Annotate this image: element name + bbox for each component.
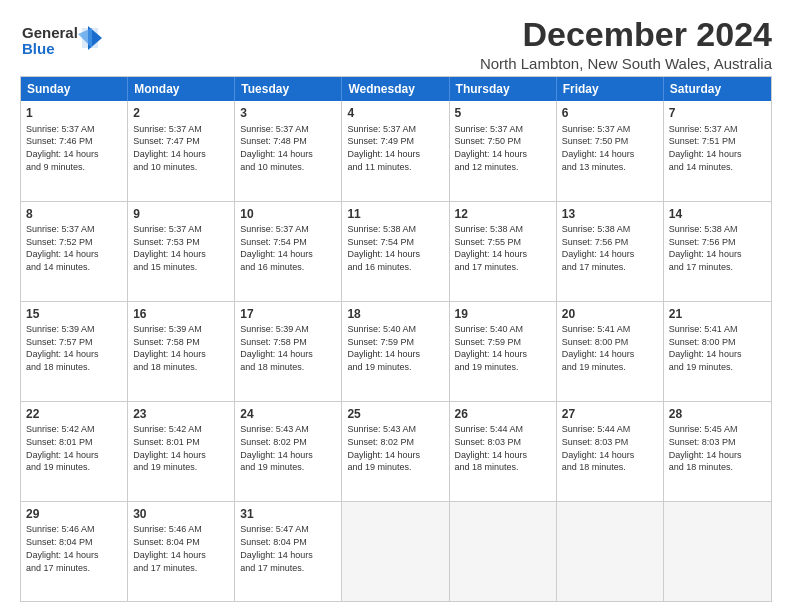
calendar-cell: 13Sunrise: 5:38 AM Sunset: 7:56 PM Dayli… — [557, 202, 664, 301]
calendar-cell: 29Sunrise: 5:46 AM Sunset: 8:04 PM Dayli… — [21, 502, 128, 601]
day-number: 4 — [347, 105, 443, 121]
calendar-cell: 15Sunrise: 5:39 AM Sunset: 7:57 PM Dayli… — [21, 302, 128, 401]
location-title: North Lambton, New South Wales, Australi… — [480, 55, 772, 72]
day-number: 23 — [133, 406, 229, 422]
calendar-cell: 31Sunrise: 5:47 AM Sunset: 8:04 PM Dayli… — [235, 502, 342, 601]
day-details: Sunrise: 5:38 AM Sunset: 7:56 PM Dayligh… — [669, 224, 742, 272]
calendar-cell: 24Sunrise: 5:43 AM Sunset: 8:02 PM Dayli… — [235, 402, 342, 501]
calendar-cell: 6Sunrise: 5:37 AM Sunset: 7:50 PM Daylig… — [557, 101, 664, 200]
day-number: 3 — [240, 105, 336, 121]
calendar-row-1: 8Sunrise: 5:37 AM Sunset: 7:52 PM Daylig… — [21, 201, 771, 301]
calendar-cell: 25Sunrise: 5:43 AM Sunset: 8:02 PM Dayli… — [342, 402, 449, 501]
day-details: Sunrise: 5:43 AM Sunset: 8:02 PM Dayligh… — [240, 424, 313, 472]
day-number: 30 — [133, 506, 229, 522]
day-details: Sunrise: 5:42 AM Sunset: 8:01 PM Dayligh… — [26, 424, 99, 472]
calendar-row-4: 29Sunrise: 5:46 AM Sunset: 8:04 PM Dayli… — [21, 501, 771, 601]
day-details: Sunrise: 5:44 AM Sunset: 8:03 PM Dayligh… — [562, 424, 635, 472]
logo: General Blue — [20, 20, 110, 68]
calendar-cell: 10Sunrise: 5:37 AM Sunset: 7:54 PM Dayli… — [235, 202, 342, 301]
calendar-header: Sunday Monday Tuesday Wednesday Thursday… — [21, 77, 771, 101]
header-thursday: Thursday — [450, 77, 557, 101]
day-details: Sunrise: 5:37 AM Sunset: 7:48 PM Dayligh… — [240, 124, 313, 172]
day-details: Sunrise: 5:41 AM Sunset: 8:00 PM Dayligh… — [669, 324, 742, 372]
day-details: Sunrise: 5:37 AM Sunset: 7:50 PM Dayligh… — [562, 124, 635, 172]
header-wednesday: Wednesday — [342, 77, 449, 101]
page: General Blue December 2024 North Lambton… — [0, 0, 792, 612]
calendar-cell — [450, 502, 557, 601]
day-details: Sunrise: 5:40 AM Sunset: 7:59 PM Dayligh… — [347, 324, 420, 372]
day-number: 20 — [562, 306, 658, 322]
day-details: Sunrise: 5:46 AM Sunset: 8:04 PM Dayligh… — [133, 524, 206, 572]
day-details: Sunrise: 5:39 AM Sunset: 7:58 PM Dayligh… — [133, 324, 206, 372]
title-block: December 2024 North Lambton, New South W… — [480, 16, 772, 72]
day-number: 16 — [133, 306, 229, 322]
day-number: 11 — [347, 206, 443, 222]
header: General Blue December 2024 North Lambton… — [20, 16, 772, 72]
header-saturday: Saturday — [664, 77, 771, 101]
calendar-row-3: 22Sunrise: 5:42 AM Sunset: 8:01 PM Dayli… — [21, 401, 771, 501]
day-details: Sunrise: 5:39 AM Sunset: 7:57 PM Dayligh… — [26, 324, 99, 372]
day-details: Sunrise: 5:37 AM Sunset: 7:49 PM Dayligh… — [347, 124, 420, 172]
calendar-cell: 23Sunrise: 5:42 AM Sunset: 8:01 PM Dayli… — [128, 402, 235, 501]
calendar-cell: 5Sunrise: 5:37 AM Sunset: 7:50 PM Daylig… — [450, 101, 557, 200]
calendar-cell — [557, 502, 664, 601]
day-details: Sunrise: 5:47 AM Sunset: 8:04 PM Dayligh… — [240, 524, 313, 572]
day-details: Sunrise: 5:37 AM Sunset: 7:51 PM Dayligh… — [669, 124, 742, 172]
calendar-cell: 19Sunrise: 5:40 AM Sunset: 7:59 PM Dayli… — [450, 302, 557, 401]
calendar-cell: 9Sunrise: 5:37 AM Sunset: 7:53 PM Daylig… — [128, 202, 235, 301]
day-number: 15 — [26, 306, 122, 322]
calendar-cell: 20Sunrise: 5:41 AM Sunset: 8:00 PM Dayli… — [557, 302, 664, 401]
day-details: Sunrise: 5:44 AM Sunset: 8:03 PM Dayligh… — [455, 424, 528, 472]
calendar-cell — [664, 502, 771, 601]
calendar: Sunday Monday Tuesday Wednesday Thursday… — [20, 76, 772, 602]
calendar-cell: 30Sunrise: 5:46 AM Sunset: 8:04 PM Dayli… — [128, 502, 235, 601]
calendar-cell: 28Sunrise: 5:45 AM Sunset: 8:03 PM Dayli… — [664, 402, 771, 501]
day-number: 27 — [562, 406, 658, 422]
svg-text:General: General — [22, 24, 78, 41]
day-details: Sunrise: 5:38 AM Sunset: 7:56 PM Dayligh… — [562, 224, 635, 272]
day-details: Sunrise: 5:38 AM Sunset: 7:55 PM Dayligh… — [455, 224, 528, 272]
header-friday: Friday — [557, 77, 664, 101]
day-number: 2 — [133, 105, 229, 121]
header-tuesday: Tuesday — [235, 77, 342, 101]
svg-text:Blue: Blue — [22, 40, 55, 57]
calendar-cell: 16Sunrise: 5:39 AM Sunset: 7:58 PM Dayli… — [128, 302, 235, 401]
header-sunday: Sunday — [21, 77, 128, 101]
day-number: 9 — [133, 206, 229, 222]
logo-icon: General Blue — [20, 20, 110, 64]
day-number: 31 — [240, 506, 336, 522]
day-details: Sunrise: 5:37 AM Sunset: 7:53 PM Dayligh… — [133, 224, 206, 272]
calendar-cell: 3Sunrise: 5:37 AM Sunset: 7:48 PM Daylig… — [235, 101, 342, 200]
day-number: 7 — [669, 105, 766, 121]
day-number: 21 — [669, 306, 766, 322]
day-details: Sunrise: 5:37 AM Sunset: 7:50 PM Dayligh… — [455, 124, 528, 172]
calendar-cell: 12Sunrise: 5:38 AM Sunset: 7:55 PM Dayli… — [450, 202, 557, 301]
day-number: 29 — [26, 506, 122, 522]
calendar-row-0: 1Sunrise: 5:37 AM Sunset: 7:46 PM Daylig… — [21, 101, 771, 200]
header-monday: Monday — [128, 77, 235, 101]
day-details: Sunrise: 5:42 AM Sunset: 8:01 PM Dayligh… — [133, 424, 206, 472]
day-number: 19 — [455, 306, 551, 322]
day-details: Sunrise: 5:45 AM Sunset: 8:03 PM Dayligh… — [669, 424, 742, 472]
day-details: Sunrise: 5:37 AM Sunset: 7:46 PM Dayligh… — [26, 124, 99, 172]
day-number: 6 — [562, 105, 658, 121]
calendar-cell — [342, 502, 449, 601]
day-number: 25 — [347, 406, 443, 422]
calendar-row-2: 15Sunrise: 5:39 AM Sunset: 7:57 PM Dayli… — [21, 301, 771, 401]
calendar-cell: 26Sunrise: 5:44 AM Sunset: 8:03 PM Dayli… — [450, 402, 557, 501]
day-details: Sunrise: 5:38 AM Sunset: 7:54 PM Dayligh… — [347, 224, 420, 272]
day-details: Sunrise: 5:41 AM Sunset: 8:00 PM Dayligh… — [562, 324, 635, 372]
calendar-cell: 21Sunrise: 5:41 AM Sunset: 8:00 PM Dayli… — [664, 302, 771, 401]
calendar-cell: 17Sunrise: 5:39 AM Sunset: 7:58 PM Dayli… — [235, 302, 342, 401]
day-number: 22 — [26, 406, 122, 422]
day-number: 10 — [240, 206, 336, 222]
day-number: 1 — [26, 105, 122, 121]
calendar-cell: 2Sunrise: 5:37 AM Sunset: 7:47 PM Daylig… — [128, 101, 235, 200]
day-number: 13 — [562, 206, 658, 222]
calendar-cell: 4Sunrise: 5:37 AM Sunset: 7:49 PM Daylig… — [342, 101, 449, 200]
calendar-cell: 18Sunrise: 5:40 AM Sunset: 7:59 PM Dayli… — [342, 302, 449, 401]
calendar-body: 1Sunrise: 5:37 AM Sunset: 7:46 PM Daylig… — [21, 101, 771, 601]
day-number: 5 — [455, 105, 551, 121]
calendar-cell: 22Sunrise: 5:42 AM Sunset: 8:01 PM Dayli… — [21, 402, 128, 501]
day-details: Sunrise: 5:43 AM Sunset: 8:02 PM Dayligh… — [347, 424, 420, 472]
